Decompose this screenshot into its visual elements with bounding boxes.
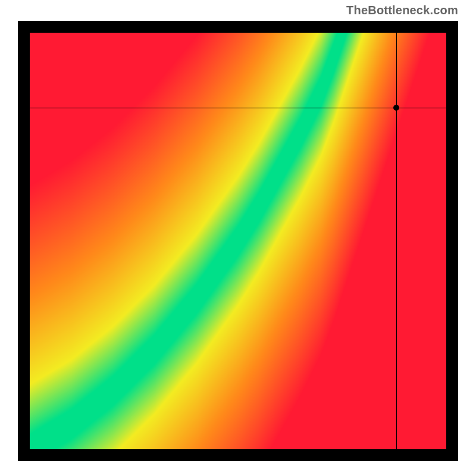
heatmap-canvas [30,33,446,449]
crosshair-vertical [396,33,397,449]
crosshair-horizontal [30,108,446,108]
plot-frame [18,21,458,461]
watermark-text: TheBottleneck.com [346,4,458,17]
plot-inner [30,33,446,449]
crosshair-marker [393,105,399,111]
